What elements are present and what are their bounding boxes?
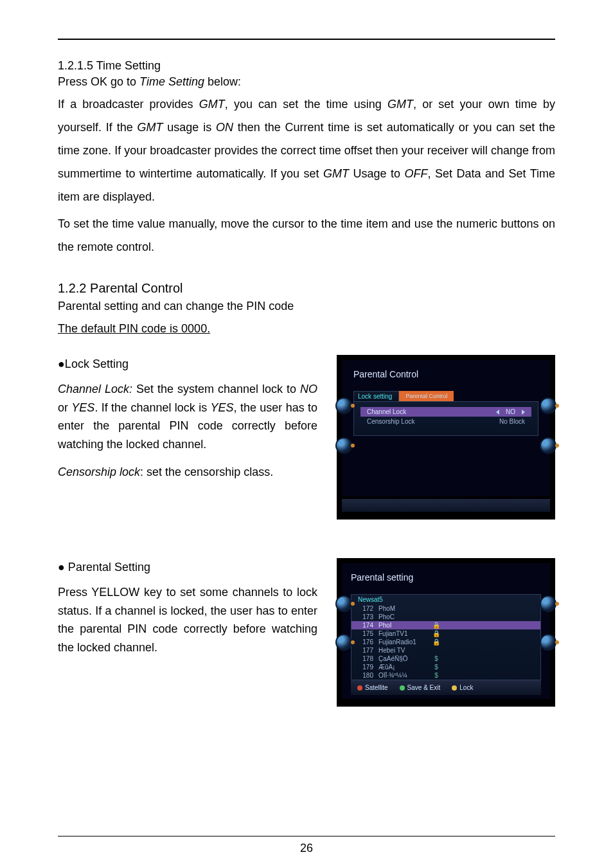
- legend-satellite: Satellite: [357, 684, 388, 691]
- channel-row[interactable]: 179ÆûÂ¡$: [351, 663, 540, 671]
- arrow-right-icon[interactable]: [522, 410, 525, 415]
- tab-lock-setting[interactable]: Lock setting: [353, 391, 399, 401]
- channel-row[interactable]: 172PhoM: [351, 604, 540, 613]
- channel-name: PhoI: [378, 622, 427, 629]
- text: , you can set the time using: [225, 98, 387, 111]
- reel-icon: [335, 397, 352, 414]
- lock-icon: 🔒: [432, 622, 440, 629]
- channel-number: 172: [358, 605, 373, 612]
- legend-save-exit: Save & Exit: [400, 684, 441, 691]
- text-em: GMT: [199, 98, 225, 111]
- label: Channel Lock: [367, 408, 406, 415]
- paragraph-manual-time: To set the time value manually, move the…: [58, 212, 555, 258]
- subline-parental: Parental setting and can change the PIN …: [58, 300, 555, 313]
- channel-number: 174: [358, 622, 373, 629]
- reel-icon: [540, 437, 556, 454]
- channel-row[interactable]: 177Hebei TV: [351, 646, 540, 655]
- channel-row[interactable]: 178ÇaÁéÑ§Ö$: [351, 655, 540, 663]
- heading-time-setting: 1.2.1.5 Time Setting: [58, 59, 555, 73]
- screenshot-parental-control: Parental Control Lock setting Parental C…: [337, 355, 555, 520]
- text: Usage to: [349, 167, 404, 180]
- paragraph-parental-setting: Press YELLOW key to set some channels to…: [58, 583, 317, 657]
- reel-icon: [335, 595, 352, 612]
- arrow-left-icon[interactable]: [496, 410, 499, 415]
- heading-lock-setting: ●Lock Setting: [58, 355, 317, 374]
- label: Censorship Lock: [367, 418, 414, 425]
- text: or: [58, 401, 71, 414]
- channel-number: 180: [358, 672, 373, 679]
- text-em: YES: [71, 401, 94, 414]
- page-number: 26: [58, 836, 555, 855]
- dialog-title: Parental setting: [351, 572, 541, 583]
- text-em: Censorship lock: [58, 466, 140, 478]
- channel-number: 175: [358, 630, 373, 637]
- default-pin: The default PIN code is 0000.: [58, 322, 555, 336]
- channel-name: PhoC: [378, 613, 427, 620]
- channel-name: Hebei TV: [378, 647, 427, 654]
- channel-name: FujianRadio1: [378, 638, 427, 646]
- tab-parental-control[interactable]: Parental Control: [399, 391, 454, 401]
- value: NO: [506, 408, 515, 415]
- paragraph-censorship-lock: Censorship lock: set the censorship clas…: [58, 463, 317, 482]
- status-bar: [342, 499, 550, 512]
- heading-parental-setting: ● Parental Setting: [58, 558, 317, 577]
- value: No Block: [499, 418, 525, 425]
- text: . If the channel lock is: [94, 401, 210, 414]
- text-em: GMT: [138, 121, 163, 134]
- text: below:: [204, 75, 241, 88]
- lock-icon: 🔒: [432, 630, 440, 637]
- text: : set the censorship class.: [140, 466, 273, 478]
- dollar-icon: $: [432, 655, 440, 662]
- channel-name: FujianTV1: [378, 630, 427, 637]
- text-em: NO: [300, 383, 317, 395]
- text-em: ON: [216, 121, 233, 134]
- text: Press OK go to: [58, 75, 139, 88]
- text: If a broadcaster provides: [58, 98, 199, 111]
- text-em: GMT: [387, 98, 413, 111]
- reel-icon: [335, 634, 352, 651]
- channel-name: ÇaÁéÑ§Ö: [378, 655, 427, 662]
- channel-name: PhoM: [378, 605, 427, 612]
- dialog-title: Parental Control: [353, 369, 538, 379]
- channel-row[interactable]: 175FujianTV1🔒: [351, 629, 540, 638]
- channel-row[interactable]: 174PhoI🔒: [351, 621, 540, 629]
- channel-number: 179: [358, 664, 373, 671]
- reel-icon: [335, 437, 352, 454]
- channel-number: 177: [358, 647, 373, 654]
- channel-name: ÆûÂ¡: [378, 664, 427, 671]
- reel-icon: [540, 634, 556, 651]
- subline-press-ok: Press OK go to Time Setting below:: [58, 75, 555, 89]
- paragraph-gmt-explain: If a broadcaster provides GMT, you can s…: [58, 93, 555, 208]
- text-em: OFF: [405, 167, 428, 180]
- channel-row[interactable]: 176FujianRadio1🔒: [351, 638, 540, 646]
- satellite-name: Newsat5: [351, 595, 540, 604]
- dollar-icon: $: [432, 664, 440, 671]
- text-em: Channel Lock:: [58, 383, 132, 395]
- text: usage is: [163, 121, 217, 134]
- row-censorship-lock[interactable]: Censorship Lock No Block: [360, 417, 531, 426]
- legend-lock: Lock: [452, 684, 473, 691]
- heading-parental-control: 1.2.2 Parental Control: [58, 281, 555, 296]
- paragraph-channel-lock: Channel Lock: Set the system channel loc…: [58, 380, 317, 454]
- channel-name: ÓÎÏ·¾º¼¼: [378, 672, 427, 679]
- row-channel-lock[interactable]: Channel Lock NO: [360, 407, 531, 417]
- channel-row[interactable]: 173PhoC: [351, 613, 540, 621]
- legend-bar: Satellite Save & Exit Lock: [351, 680, 541, 695]
- dollar-icon: $: [432, 672, 440, 679]
- channel-number: 173: [358, 613, 373, 620]
- lock-icon: 🔒: [432, 638, 440, 646]
- screenshot-parental-setting: Parental setting Newsat5 172PhoM173PhoC1…: [337, 558, 555, 707]
- channel-row[interactable]: 180ÓÎÏ·¾º¼¼$: [351, 671, 540, 680]
- text-em: Time Setting: [139, 75, 204, 88]
- text-em: GMT: [323, 167, 349, 180]
- reel-icon: [540, 397, 556, 414]
- text: Set the system channel lock to: [132, 383, 300, 395]
- reel-icon: [540, 595, 556, 612]
- text-em: YES: [211, 401, 234, 414]
- channel-number: 178: [358, 655, 373, 662]
- channel-number: 176: [358, 638, 373, 646]
